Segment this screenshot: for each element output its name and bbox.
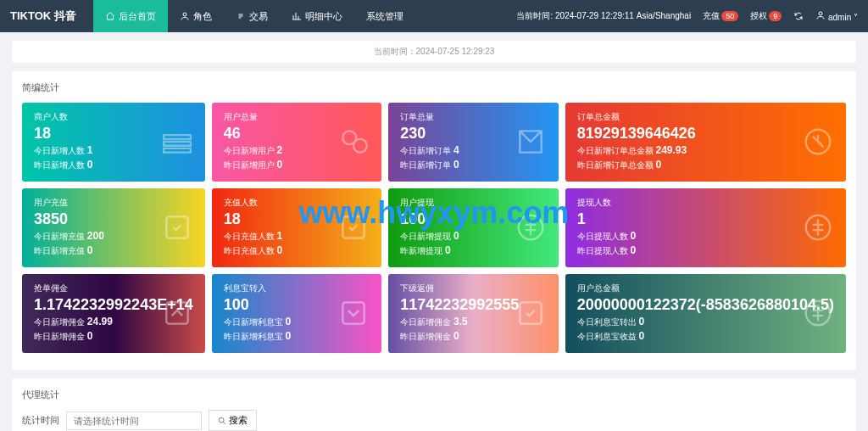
stat-card: 商户人数18今日新增人数 1昨日新增人数 0 [22,103,205,182]
svg-rect-10 [343,302,364,323]
auth-link[interactable]: 授权9 [750,10,782,22]
stat-icon [161,126,193,160]
stat-title: 订单总金额 [577,111,834,123]
stat-card: 抢单佣金1.1742232992243E+14今日新增佣金 24.99昨日新增佣… [22,274,205,353]
stat-yesterday: 昨新增提现 0 [400,244,547,257]
time-bar: 当前时间：2024-07-25 12:29:23 [12,41,856,63]
stat-yesterday: 昨日新增人数 0 [34,159,193,171]
admin-menu[interactable]: admin ˅ [815,10,858,22]
agent-title: 代理统计 [22,389,846,401]
stat-yesterday: 昨日提现人数 0 [577,244,834,257]
stat-yesterday: 昨日新增利息宝 0 [224,330,370,343]
agent-card: 代理统计 统计时间 搜索 姓名客服数量累计用户团队余额今日充值累计充值今日提现累… [12,378,856,431]
stat-title: 用户总量 [224,111,370,123]
stat-value: 1 [577,210,834,228]
stat-title: 利息宝转入 [224,283,370,294]
user-icon [815,10,826,20]
stat-yesterday: 昨日新增佣金 0 [400,330,547,343]
stat-today: 今日利息宝转出 0 [577,316,834,328]
svg-point-1 [819,12,822,15]
nav-roles[interactable]: 角色 [168,0,224,32]
stat-yesterday: 今日利息宝收益 0 [577,330,834,343]
stat-icon [802,126,834,160]
nav-system[interactable]: 系统管理 [354,0,415,32]
auth-badge: 9 [769,11,782,21]
stat-card: 充值人数18今日充值人数 1昨日充值人数 0 [212,188,382,267]
stat-yesterday: 昨日充值人数 0 [224,244,370,257]
stat-yesterday: 昨日新增用户 0 [224,159,370,171]
stat-title: 商户人数 [34,111,193,123]
chart-icon [292,11,302,21]
stat-card: 用户提现100今日新增提现 0昨新增提现 0 [388,188,559,267]
user-icon [180,11,190,21]
stat-title: 抢单佣金 [34,283,193,294]
nav-home[interactable]: 后台首页 [93,0,168,32]
search-button[interactable]: 搜索 [209,410,257,431]
stat-icon [161,297,193,331]
stat-title: 充值人数 [224,197,370,209]
stat-yesterday: 昨日新增订单总金额 0 [577,159,834,171]
home-icon [105,11,115,21]
stat-icon [161,211,193,245]
stat-icon [802,297,834,331]
stat-yesterday: 昨日新增订单 0 [400,159,547,171]
stat-icon [802,211,834,245]
svg-point-13 [219,417,224,423]
stat-card: 下级返佣11742232992555今日新增佣金 3.5昨日新增佣金 0 [388,274,559,353]
filter-row: 统计时间 搜索 [22,410,846,431]
stat-icon [515,126,547,160]
stats-grid: 商户人数18今日新增人数 1昨日新增人数 0用户总量46今日新增用户 2昨日新增… [22,103,846,353]
stat-icon [337,126,370,160]
stat-card: 订单总量230今日新增订单 4昨日新增订单 0 [388,103,559,182]
stat-today: 今日提现人数 0 [577,230,834,243]
stat-value: 20000000122372(-8583626880104.5) [577,296,834,314]
stats-title: 简编统计 [22,81,846,94]
svg-rect-9 [166,302,187,323]
logo: TIKTOK 抖音 [10,8,76,24]
stat-title: 下级返佣 [400,283,547,294]
stat-card: 利息宝转入100今日新增利息宝 0昨日新增利息宝 0 [212,274,382,353]
stat-card: 提现人数1今日提现人数 0昨日提现人数 0 [565,188,846,267]
recharge-link[interactable]: 充值50 [703,10,738,22]
stat-card: 用户总金额20000000122372(-8583626880104.5)今日利… [565,274,846,353]
stat-icon [337,211,370,245]
stat-icon [337,297,370,331]
nav: 后台首页 角色 交易 明细中心 系统管理 [93,0,415,32]
stat-card: 用户总量46今日新增用户 2昨日新增用户 0 [212,103,382,182]
nav-trade[interactable]: 交易 [224,0,280,32]
stat-icon [515,211,547,245]
stat-today: 今日新增订单总金额 249.93 [577,144,834,157]
stat-title: 用户总金额 [577,283,834,294]
stat-yesterday: 昨日新增佣金 0 [34,330,193,343]
stat-card: 用户充值3850今日新增充值 200昨日新增充值 0 [22,188,205,267]
stat-title: 提现人数 [577,197,834,209]
stat-title: 用户充值 [34,197,193,209]
header-right: 当前时间: 2024-07-29 12:29:11 Asia/Shanghai … [516,10,858,22]
header-time: 当前时间: 2024-07-29 12:29:11 Asia/Shanghai [516,10,691,22]
refresh-icon[interactable] [793,11,804,21]
svg-point-3 [353,138,367,152]
stat-title: 用户提现 [400,197,547,209]
trade-icon [236,11,246,21]
stat-yesterday: 昨日新增充值 0 [34,244,193,257]
filter-label: 统计时间 [22,414,59,427]
stats-card: 简编统计 商户人数18今日新增人数 1昨日新增人数 0用户总量46今日新增用户 … [12,71,856,370]
stat-title: 订单总量 [400,111,547,123]
search-icon [218,417,226,425]
nav-details[interactable]: 明细中心 [280,0,354,32]
content: 当前时间：2024-07-25 12:29:23 简编统计 商户人数18今日新增… [0,32,868,431]
stat-value: 81929139646426 [577,125,834,143]
recharge-badge: 50 [721,11,738,21]
stat-icon [515,297,547,331]
svg-point-0 [183,13,186,16]
date-input[interactable] [66,411,202,430]
header: TIKTOK 抖音 后台首页 角色 交易 明细中心 系统管理 当前时间: 202… [0,0,868,32]
stat-card: 订单总金额81929139646426今日新增订单总金额 249.93昨日新增订… [565,103,846,182]
